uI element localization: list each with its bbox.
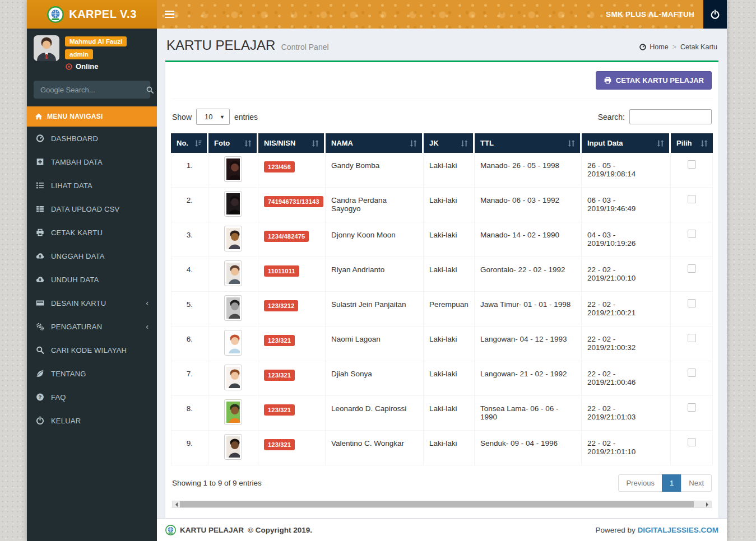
nis-badge: 123/456: [264, 161, 295, 172]
sidebar-toggle-button[interactable]: [157, 0, 182, 29]
sidebar-item-tentang[interactable]: TENTANG: [27, 362, 157, 385]
table-info: Showing 1 to 9 of 9 entries: [172, 479, 262, 487]
app-window: KARPEL V.3 SMK PLUS AL-MAFTUH: [27, 0, 727, 541]
chevron-down-icon: ▼: [220, 114, 225, 120]
column-header-pilih[interactable]: Pilih: [671, 133, 713, 153]
page-length-select[interactable]: 10 ▼: [196, 109, 230, 125]
sort-icon: [409, 139, 418, 147]
table-row: 2.741946731/13143Candra Perdana SayogyoL…: [171, 188, 713, 222]
column-header-input-data[interactable]: Input Data: [582, 133, 671, 153]
column-header-jk[interactable]: JK: [424, 133, 475, 153]
sidebar-item-unduh-data[interactable]: UNDUH DATA: [27, 268, 157, 291]
select-checkbox[interactable]: [688, 369, 696, 377]
page-title: KARTU PELAJAR: [166, 38, 275, 53]
table-row: 5.123/3212Sulastri Jein PanjaitanPerempu…: [171, 292, 713, 327]
column-header-foto[interactable]: Foto: [208, 133, 258, 153]
select-checkbox[interactable]: [688, 403, 696, 412]
table-footer-row: Showing 1 to 9 of 9 entries Previous 1 N…: [171, 465, 713, 498]
cell-ttl: Manado- 26 - 05 - 1998: [475, 153, 582, 188]
logout-power-button[interactable]: [703, 0, 727, 29]
cell-input-data: 22 - 02 - 2019/21:00:10: [582, 257, 671, 292]
sidebar-search-button[interactable]: [146, 86, 154, 94]
sidebar-item-faq[interactable]: FAQ: [27, 385, 157, 409]
cell-jk: Laki-laki: [424, 327, 475, 361]
column-header-nama[interactable]: NAMA: [326, 133, 424, 153]
print-cards-button[interactable]: CETAK KARTU PELAJAR: [596, 71, 712, 90]
sidebar-item-pengaturan[interactable]: PENGATURAN‹: [27, 315, 157, 338]
nis-badge: 123/321: [264, 404, 295, 416]
sidebar-search-input[interactable]: [34, 86, 146, 94]
page-subtitle: Control Panel: [281, 43, 329, 52]
horizontal-scrollbar[interactable]: [172, 501, 712, 508]
table-search-input[interactable]: [629, 109, 712, 124]
sidebar-item-keluar[interactable]: KELUAR: [27, 409, 157, 432]
scrollbar-thumb[interactable]: [180, 501, 694, 507]
chevron-left-icon: ‹: [146, 299, 149, 307]
nis-badge: 741946731/13143: [264, 196, 323, 207]
sidebar-item-unggah-data[interactable]: UNGGAH DATA: [27, 244, 157, 268]
sidebar-item-cetak-kartu[interactable]: CETAK KARTU: [27, 221, 157, 244]
column-header-ttl[interactable]: TTL: [475, 133, 582, 153]
cell-pilih: [671, 292, 713, 327]
page-1-button[interactable]: 1: [662, 474, 681, 492]
cell-foto: [208, 361, 258, 396]
scroll-right-arrow-icon[interactable]: [704, 501, 711, 507]
power-icon: [710, 10, 720, 20]
cell-pilih: [671, 396, 713, 431]
select-checkbox[interactable]: [688, 334, 696, 342]
cell-input-data: 22 - 02 - 2019/21:00:32: [582, 327, 671, 361]
cell-nama: Gandy Bomba: [326, 153, 424, 188]
vendor-link[interactable]: DIGITALJESSIES.COM: [637, 526, 718, 534]
sort-icon: [656, 139, 665, 147]
entries-label: entries: [234, 113, 258, 122]
breadcrumb-home-link[interactable]: Home: [639, 43, 668, 51]
cell-jk: Laki-laki: [424, 153, 475, 188]
th-list-icon: [35, 204, 45, 213]
sidebar-item-tambah-data[interactable]: TAMBAH DATA: [27, 150, 157, 174]
cell-input-data: 22 - 02 - 2019/21:00:21: [582, 292, 671, 327]
next-page-button[interactable]: Next: [681, 474, 712, 492]
sidebar-item-cari-kode-wilayah[interactable]: CARI KODE WILAYAH: [27, 338, 157, 362]
print-icon: [35, 228, 45, 237]
brand-logo[interactable]: KARPEL V.3: [27, 0, 157, 29]
cloud-down-icon: [35, 275, 45, 284]
cell-ttl: Langowan- 04 - 12 - 1993: [475, 327, 582, 361]
column-header-no[interactable]: No.: [171, 133, 208, 153]
cell-input-data: 04 - 03 - 2019/10:19:26: [582, 222, 671, 257]
previous-page-button[interactable]: Previous: [618, 474, 662, 492]
select-checkbox[interactable]: [688, 264, 696, 273]
content-area: KARTU PELAJAR Control Panel Home > Cetak…: [157, 29, 727, 518]
cell-pilih: [671, 188, 713, 222]
main-column: KARTU PELAJAR Control Panel Home > Cetak…: [157, 29, 727, 541]
cell-ttl: Langowan- 21 - 02 - 1992: [475, 361, 582, 396]
chevron-left-icon: ‹: [146, 323, 149, 330]
cell-ttl: Tonsea Lama- 06 - 06 - 1990: [475, 396, 582, 431]
cell-nis: 123/321: [258, 396, 326, 431]
scroll-left-arrow-icon[interactable]: [173, 501, 180, 507]
cell-pilih: [671, 222, 713, 257]
select-checkbox[interactable]: [688, 230, 696, 238]
cell-nama: Valentino C. Wongkar: [326, 431, 424, 465]
select-checkbox[interactable]: [688, 160, 696, 169]
sidebar-item-dashboard[interactable]: DASHBOARD: [27, 127, 157, 150]
sort-icon: [700, 139, 708, 147]
cell-pilih: [671, 431, 713, 465]
column-header-nis-nisn[interactable]: NIS/NISN: [258, 133, 326, 153]
select-checkbox[interactable]: [688, 299, 696, 307]
sidebar-item-desain-kartu[interactable]: DESAIN KARTU‹: [27, 291, 157, 315]
sort-icon: [194, 139, 202, 147]
sidebar-item-data-upload-csv[interactable]: DATA UPLOAD CSV: [27, 197, 157, 221]
cell-foto: [208, 292, 258, 327]
cell-input-data: 06 - 03 - 2019/19:46:49: [582, 188, 671, 222]
select-checkbox[interactable]: [688, 195, 696, 203]
cell-jk: Laki-laki: [424, 396, 475, 431]
sidebar-item-label: DESAIN KARTU: [51, 299, 106, 307]
students-table: No.FotoNIS/NISNNAMAJKTTLInput DataPilih …: [171, 133, 713, 465]
cell-nis: 11011011: [258, 257, 326, 292]
sidebar-item-lihat-data[interactable]: LIHAT DATA: [27, 174, 157, 197]
select-checkbox[interactable]: [688, 438, 696, 446]
student-photo: [225, 435, 242, 459]
powered-by-label: Powered by: [595, 526, 635, 534]
nis-badge: 123/321: [264, 335, 295, 346]
cell-jk: Perempuan: [424, 292, 475, 327]
